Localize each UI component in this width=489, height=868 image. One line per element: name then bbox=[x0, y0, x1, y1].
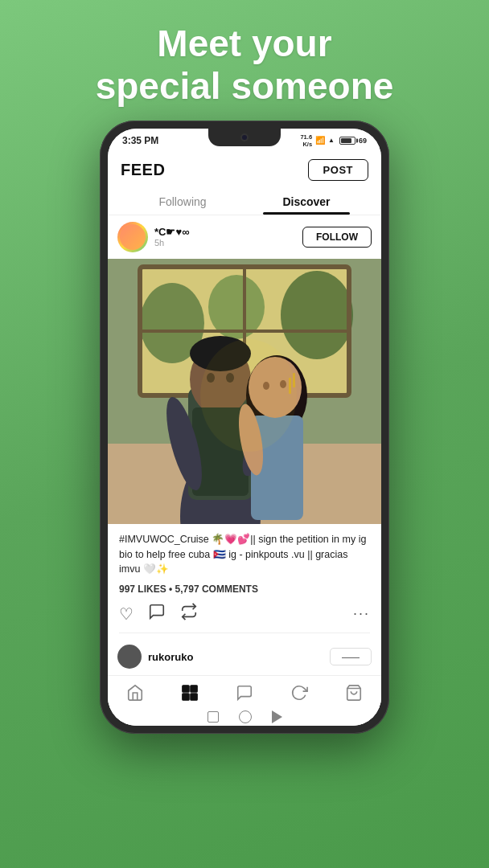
commenter-avatar bbox=[117, 645, 142, 669]
nav-shop[interactable] bbox=[345, 684, 363, 702]
hero-text: Meet your special someone bbox=[72, 0, 418, 121]
nav-home[interactable] bbox=[126, 684, 144, 702]
avatar-inner bbox=[120, 224, 146, 250]
tab-discover[interactable]: Discover bbox=[244, 189, 368, 215]
svg-rect-31 bbox=[191, 694, 197, 700]
wifi-icon: ▲ bbox=[328, 137, 335, 144]
bottom-navigation bbox=[108, 675, 381, 708]
hero-line2: special someone bbox=[96, 65, 394, 108]
phone-frame: 3:35 PM 71.6 K/s 📶 ▲ 69 FEED POST bbox=[100, 121, 389, 734]
square-indicator bbox=[208, 711, 219, 723]
post-content: #IMVUWOC_Cruise 🌴💗💕|| sign the petition … bbox=[108, 524, 381, 638]
phone-device: 3:35 PM 71.6 K/s 📶 ▲ 69 FEED POST bbox=[100, 121, 389, 734]
phone-screen: 3:35 PM 71.6 K/s 📶 ▲ 69 FEED POST bbox=[108, 129, 381, 726]
svg-rect-29 bbox=[191, 686, 197, 692]
hero-line1: Meet your bbox=[96, 23, 394, 65]
battery-icon bbox=[339, 137, 355, 145]
post-image bbox=[108, 259, 381, 524]
more-options-button[interactable]: ··· bbox=[353, 605, 370, 622]
commenter-username: rukoruko bbox=[148, 651, 193, 663]
follow-button[interactable]: FOLLOW bbox=[302, 227, 372, 248]
nav-activity[interactable] bbox=[290, 684, 308, 702]
svg-rect-28 bbox=[183, 686, 189, 692]
speed-indicator: 71.6 K/s bbox=[300, 133, 312, 148]
camera-icon bbox=[240, 133, 249, 141]
svg-rect-30 bbox=[183, 694, 189, 700]
status-time: 3:35 PM bbox=[122, 135, 158, 146]
post-avatar bbox=[117, 222, 148, 252]
post-user-row: *C☛♥∞ 5h FOLLOW bbox=[108, 215, 381, 259]
post-user-info: *C☛♥∞ 5h bbox=[154, 226, 296, 248]
comment-reply-button[interactable]: —— bbox=[330, 648, 372, 665]
svg-point-3 bbox=[281, 271, 353, 359]
nav-messages[interactable] bbox=[236, 684, 253, 702]
triangle-indicator bbox=[272, 710, 282, 723]
post-button[interactable]: POST bbox=[308, 159, 368, 181]
home-indicators bbox=[208, 710, 282, 723]
post-stats: 997 LIKES • 5,797 COMMENTS bbox=[119, 583, 370, 595]
nav-feed[interactable] bbox=[181, 684, 199, 702]
gesture-bar bbox=[108, 708, 381, 726]
comment-preview: rukoruko —— bbox=[108, 638, 381, 675]
circle-indicator bbox=[239, 710, 252, 723]
post-card: *C☛♥∞ 5h FOLLOW bbox=[108, 215, 381, 726]
phone-notch bbox=[208, 129, 281, 146]
post-text: #IMVUWOC_Cruise 🌴💗💕|| sign the petition … bbox=[119, 532, 370, 577]
post-username: *C☛♥∞ bbox=[154, 226, 296, 238]
like-button[interactable]: ♡ bbox=[119, 604, 134, 624]
feed-title: FEED bbox=[121, 161, 165, 179]
post-time: 5h bbox=[154, 238, 296, 248]
battery-level: 69 bbox=[359, 137, 367, 145]
post-actions: ♡ bbox=[119, 603, 370, 633]
comment-button[interactable] bbox=[148, 603, 166, 624]
stats-separator: • bbox=[169, 583, 172, 595]
comments-count: 5,797 COMMENTS bbox=[175, 583, 258, 595]
tab-following[interactable]: Following bbox=[121, 189, 244, 215]
app-header: FEED POST Following Discover bbox=[108, 151, 381, 215]
likes-count: 997 LIKES bbox=[119, 583, 166, 595]
signal-icon: 📶 bbox=[315, 136, 325, 145]
svg-point-27 bbox=[200, 339, 297, 452]
status-icons: 71.6 K/s 📶 ▲ 69 bbox=[300, 133, 367, 148]
feed-tabs: Following Discover bbox=[121, 189, 368, 215]
share-button[interactable] bbox=[180, 603, 198, 624]
header-top-row: FEED POST bbox=[121, 159, 368, 181]
